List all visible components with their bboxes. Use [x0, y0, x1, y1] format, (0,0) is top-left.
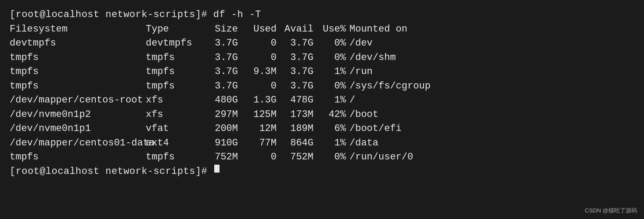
row-mount-8: /run/user/0	[349, 150, 413, 165]
row-type-1: tmpfs	[146, 51, 203, 65]
df-table-body: devtmpfsdevtmpfs3.7G03.7G0%/devtmpfstmpf…	[10, 36, 634, 165]
row-usepct-3: 0%	[315, 79, 346, 94]
header-avail: Avail	[278, 22, 313, 37]
row-mount-2: /run	[349, 65, 373, 79]
row-mount-1: /dev/shm	[349, 51, 396, 65]
row-avail-6: 189M	[278, 122, 313, 136]
header-filesystem: Filesystem	[10, 22, 146, 37]
row-type-2: tmpfs	[146, 65, 203, 79]
row-type-7: ext4	[146, 136, 203, 151]
row-used-1: 0	[241, 51, 277, 65]
row-avail-5: 173M	[278, 108, 313, 122]
header-type: Type	[146, 22, 203, 37]
row-usepct-7: 1%	[315, 136, 346, 151]
terminal-window: [root@localhost network-scripts]# df -h …	[0, 0, 644, 219]
row-size-7: 910G	[203, 136, 238, 151]
row-usepct-0: 0%	[315, 36, 346, 51]
row-usepct-8: 0%	[315, 150, 346, 165]
row-type-0: devtmpfs	[146, 36, 203, 51]
row-fs-2: tmpfs	[10, 65, 146, 79]
table-row: /dev/mapper/centos-rootxfs480G1.3G478G1%…	[10, 93, 634, 108]
row-type-5: xfs	[146, 108, 203, 122]
table-row: /dev/nvme0n1p2xfs297M125M173M42%/boot	[10, 108, 634, 122]
row-type-3: tmpfs	[146, 79, 203, 94]
final-prompt-text: [root@localhost network-scripts]#	[10, 165, 213, 179]
cursor-block	[214, 165, 219, 173]
row-type-6: vfat	[146, 122, 203, 136]
row-avail-3: 3.7G	[278, 79, 313, 94]
row-size-8: 752M	[203, 150, 238, 165]
row-size-5: 297M	[203, 108, 238, 122]
row-fs-5: /dev/nvme0n1p2	[10, 108, 146, 122]
row-fs-7: /dev/mapper/centos01-data	[10, 136, 146, 151]
row-used-3: 0	[241, 79, 277, 94]
header-mount: Mounted on	[349, 22, 407, 37]
row-fs-4: /dev/mapper/centos-root	[10, 93, 146, 108]
row-used-5: 125M	[241, 108, 277, 122]
row-usepct-6: 6%	[315, 122, 346, 136]
row-fs-1: tmpfs	[10, 51, 146, 65]
row-fs-0: devtmpfs	[10, 36, 146, 51]
row-usepct-1: 0%	[315, 51, 346, 65]
row-mount-3: /sys/fs/cgroup	[349, 79, 431, 94]
row-type-8: tmpfs	[146, 150, 203, 165]
row-used-0: 0	[241, 36, 277, 51]
row-avail-7: 864G	[278, 136, 313, 151]
row-fs-8: tmpfs	[10, 150, 146, 165]
row-used-4: 1.3G	[241, 93, 277, 108]
header-size: Size	[203, 22, 238, 37]
header-used: Used	[241, 22, 277, 37]
row-size-1: 3.7G	[203, 51, 238, 65]
table-row: tmpfstmpfs752M0752M0%/run/user/0	[10, 150, 634, 165]
row-mount-7: /data	[349, 136, 378, 151]
row-avail-1: 3.7G	[278, 51, 313, 65]
row-size-6: 200M	[203, 122, 238, 136]
row-mount-4: /	[349, 93, 355, 108]
prompt-text: [root@localhost network-scripts]# df -h …	[10, 8, 261, 22]
row-avail-2: 3.7G	[278, 65, 313, 79]
row-usepct-2: 1%	[315, 65, 346, 79]
row-type-4: xfs	[146, 93, 203, 108]
row-usepct-4: 1%	[315, 93, 346, 108]
row-mount-0: /dev	[349, 36, 373, 51]
row-fs-3: tmpfs	[10, 79, 146, 94]
row-mount-6: /boot/efi	[349, 122, 402, 136]
row-used-8: 0	[241, 150, 277, 165]
row-avail-8: 752M	[278, 150, 313, 165]
row-size-2: 3.7G	[203, 65, 238, 79]
row-avail-4: 478G	[278, 93, 313, 108]
row-fs-6: /dev/nvme0n1p1	[10, 122, 146, 136]
command-line: [root@localhost network-scripts]# df -h …	[10, 8, 634, 22]
watermark-text: CSDN @猫吃了源码	[585, 207, 637, 215]
header-usepct: Use%	[315, 22, 346, 37]
row-avail-0: 3.7G	[278, 36, 313, 51]
table-row: tmpfstmpfs3.7G03.7G0%/sys/fs/cgroup	[10, 79, 634, 94]
row-used-2: 9.3M	[241, 65, 277, 79]
row-size-4: 480G	[203, 93, 238, 108]
table-row: tmpfstmpfs3.7G9.3M3.7G1%/run	[10, 65, 634, 79]
final-prompt-line: [root@localhost network-scripts]#	[10, 165, 634, 179]
row-used-7: 77M	[241, 136, 277, 151]
table-row: /dev/mapper/centos01-dataext4910G77M864G…	[10, 136, 634, 151]
row-size-0: 3.7G	[203, 36, 238, 51]
row-usepct-5: 42%	[315, 108, 346, 122]
table-row: devtmpfsdevtmpfs3.7G03.7G0%/dev	[10, 36, 634, 51]
table-header: Filesystem Type Size Used Avail Use% Mou…	[10, 22, 634, 37]
table-row: /dev/nvme0n1p1vfat200M12M189M6%/boot/efi	[10, 122, 634, 136]
row-size-3: 3.7G	[203, 79, 238, 94]
table-row: tmpfstmpfs3.7G03.7G0%/dev/shm	[10, 51, 634, 65]
row-mount-5: /boot	[349, 108, 378, 122]
row-used-6: 12M	[241, 122, 277, 136]
